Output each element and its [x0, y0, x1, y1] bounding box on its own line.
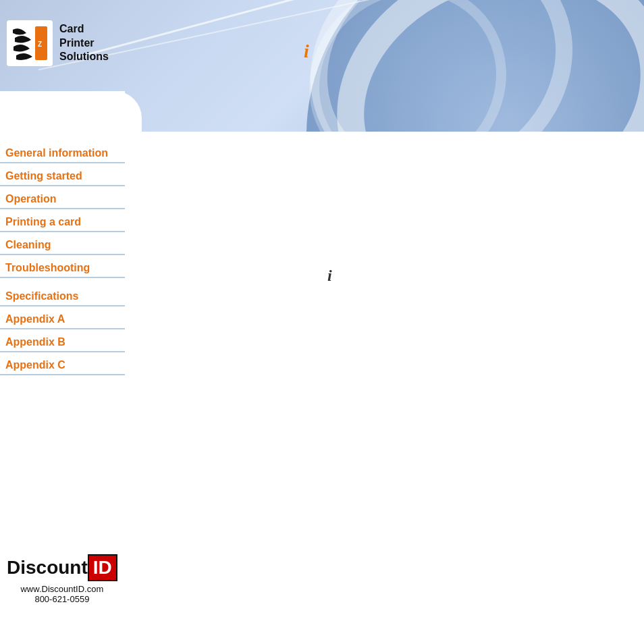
- logo-text: Card Printer Solutions: [59, 22, 109, 64]
- sidebar-item-cleaning[interactable]: Cleaning: [0, 234, 125, 255]
- sidebar-item-general-information[interactable]: General information: [0, 142, 125, 163]
- logo-container: Z Card Printer Solutions: [7, 20, 109, 66]
- sidebar-item-getting-started[interactable]: Getting started: [0, 165, 125, 186]
- sidebar-item-troubleshooting[interactable]: Troubleshooting: [0, 257, 125, 278]
- nav-separator: [0, 279, 125, 285]
- content-info-icon: i: [327, 267, 332, 285]
- header-info-icon: i: [304, 41, 309, 62]
- content-area: i: [125, 132, 644, 644]
- discount-id-logo: Discount ID: [7, 554, 117, 581]
- discount-id-box: ID: [88, 554, 117, 581]
- sidebar-item-operation[interactable]: Operation: [0, 188, 125, 209]
- sidebar-item-appendix-b[interactable]: Appendix B: [0, 331, 125, 352]
- sidebar-item-specifications[interactable]: Specifications: [0, 285, 125, 306]
- sidebar-item-printing-a-card[interactable]: Printing a card: [0, 211, 125, 232]
- logo-line1: Card: [59, 22, 109, 36]
- sidebar-item-appendix-a[interactable]: Appendix A: [0, 308, 125, 329]
- logo-line2: Printer: [59, 36, 109, 51]
- footer-url: www.DiscountID.com: [20, 584, 103, 594]
- footer-phone: 800-621-0559: [34, 594, 89, 604]
- sidebar: General information Getting started Oper…: [0, 132, 125, 644]
- main-content: General information Getting started Oper…: [0, 132, 644, 644]
- discount-text: Discount: [7, 557, 88, 579]
- sidebar-item-appendix-c[interactable]: Appendix C: [0, 354, 125, 375]
- zebra-logo-image: Z: [7, 20, 53, 66]
- footer: Discount ID www.DiscountID.com 800-621-0…: [7, 554, 117, 604]
- logo-line3: Solutions: [59, 50, 109, 64]
- sidebar-nav: General information Getting started Oper…: [0, 142, 125, 375]
- svg-text:Z: Z: [38, 41, 42, 48]
